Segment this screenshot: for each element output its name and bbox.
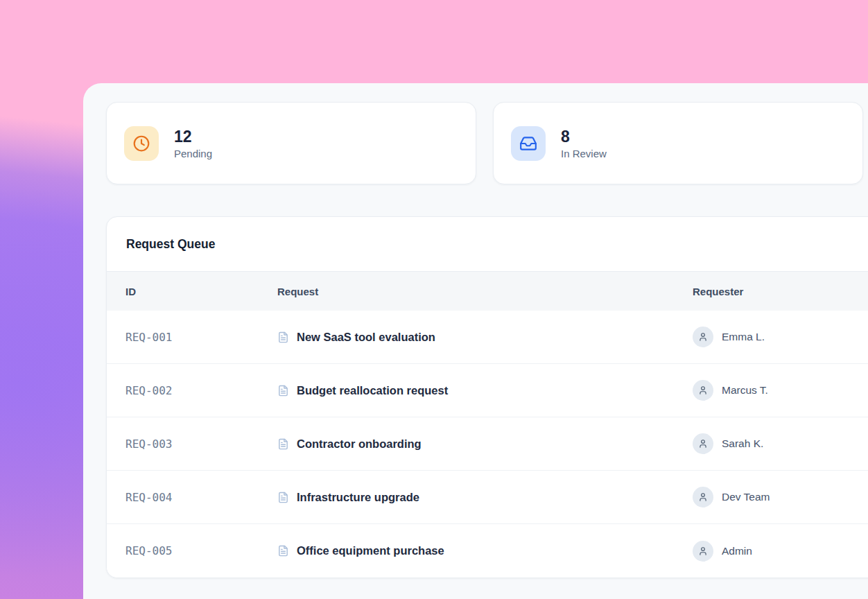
table-row[interactable]: REQ-003 Contractor onboarding Sarah K. xyxy=(107,417,868,471)
stat-card-in-review: 8 In Review xyxy=(493,102,863,184)
requester-name: Emma L. xyxy=(722,331,765,343)
request-title: Infrastructure upgrade xyxy=(297,491,419,504)
table-title-row: Request Queue xyxy=(107,217,868,272)
stat-card-pending: 12 Pending xyxy=(106,102,476,184)
inbox-icon xyxy=(519,134,537,153)
requester-name: Marcus T. xyxy=(722,384,768,397)
table-body: REQ-001 New SaaS tool evaluation Emma L.… xyxy=(107,311,868,578)
request-cell: New SaaS tool evaluation xyxy=(277,331,693,344)
file-text-icon xyxy=(277,385,289,397)
table-title: Request Queue xyxy=(126,237,215,252)
request-id: REQ-001 xyxy=(125,331,277,344)
request-id: REQ-004 xyxy=(125,491,277,504)
table-row[interactable]: REQ-004 Infrastructure upgrade Dev Team xyxy=(107,471,868,524)
clock-icon xyxy=(132,134,150,153)
request-cell: Contractor onboarding xyxy=(277,437,693,451)
stats-row: 12 Pending 8 In Review xyxy=(106,102,868,184)
request-id: REQ-003 xyxy=(125,437,277,451)
requester-cell: Emma L. xyxy=(693,327,868,347)
avatar xyxy=(693,433,713,454)
user-icon xyxy=(698,546,708,556)
avatar xyxy=(693,487,713,507)
column-header-requester: Requester xyxy=(693,286,868,297)
table-row[interactable]: REQ-001 New SaaS tool evaluation Emma L. xyxy=(107,311,868,364)
request-title: Contractor onboarding xyxy=(297,437,422,451)
requester-name: Dev Team xyxy=(722,491,770,503)
request-title: Office equipment purchase xyxy=(297,544,444,557)
avatar xyxy=(693,380,713,401)
request-queue-card: Request Queue ID Request Requester REQ-0… xyxy=(106,216,868,578)
table-row[interactable]: REQ-005 Office equipment purchase Admin xyxy=(107,524,868,578)
pending-count: 12 xyxy=(174,127,212,147)
pending-icon-badge xyxy=(124,126,159,161)
in-review-icon-badge xyxy=(511,126,546,161)
user-icon xyxy=(698,332,708,342)
file-text-icon xyxy=(277,492,289,503)
table-header-row: ID Request Requester xyxy=(107,272,868,311)
request-id: REQ-005 xyxy=(125,544,277,557)
column-header-id: ID xyxy=(125,286,277,297)
user-icon xyxy=(698,385,708,395)
table-row[interactable]: REQ-002 Budget reallocation request Marc… xyxy=(107,364,868,417)
stat-text-block: 8 In Review xyxy=(561,127,607,160)
user-icon xyxy=(698,492,708,502)
request-title: New SaaS tool evaluation xyxy=(297,331,435,344)
requester-cell: Sarah K. xyxy=(693,433,868,454)
requester-cell: Marcus T. xyxy=(693,380,868,401)
requester-name: Admin xyxy=(722,545,752,557)
requester-cell: Admin xyxy=(693,541,868,562)
pending-label: Pending xyxy=(174,148,212,159)
user-icon xyxy=(698,439,708,449)
content-panel: 12 Pending 8 In Review Request Queue ID … xyxy=(83,83,868,599)
in-review-count: 8 xyxy=(561,127,607,147)
avatar xyxy=(693,541,713,562)
in-review-label: In Review xyxy=(561,148,607,159)
request-cell: Infrastructure upgrade xyxy=(277,491,693,504)
request-cell: Budget reallocation request xyxy=(277,384,693,397)
request-cell: Office equipment purchase xyxy=(277,544,693,557)
file-text-icon xyxy=(277,438,289,450)
requester-name: Sarah K. xyxy=(722,437,763,450)
file-text-icon xyxy=(277,545,289,557)
requester-cell: Dev Team xyxy=(693,487,868,507)
stat-text-block: 12 Pending xyxy=(174,127,212,160)
request-id: REQ-002 xyxy=(125,384,277,397)
avatar xyxy=(693,327,713,347)
file-text-icon xyxy=(277,331,289,343)
request-title: Budget reallocation request xyxy=(297,384,448,397)
column-header-request: Request xyxy=(277,286,693,297)
app-background: { "background": { "pink": "#ffb4db", "pu… xyxy=(0,0,868,599)
